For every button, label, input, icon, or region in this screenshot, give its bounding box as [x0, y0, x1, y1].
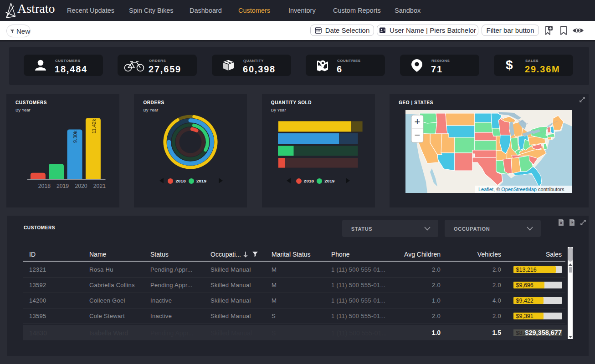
svg-text:Leaflet, © OpenStreetMap contr: Leaflet, © OpenStreetMap contributors — [478, 187, 564, 192]
svg-text:?: ? — [571, 221, 574, 225]
svg-text:X: X — [559, 221, 562, 225]
svg-text:2020: 2020 — [75, 183, 87, 189]
svg-text:2021: 2021 — [93, 183, 106, 189]
svg-text:+: + — [415, 116, 421, 127]
svg-text:2018: 2018 — [38, 183, 51, 189]
svg-text:9.30k: 9.30k — [72, 131, 78, 143]
svg-text:2019: 2019 — [56, 183, 69, 189]
svg-text:11.42k: 11.42k — [91, 119, 97, 134]
svg-text:−: − — [415, 129, 421, 141]
